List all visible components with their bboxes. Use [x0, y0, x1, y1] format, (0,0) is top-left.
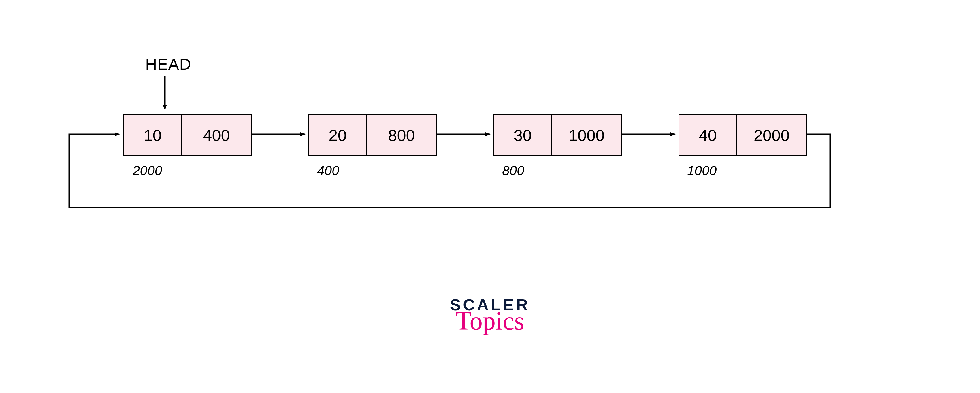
node-4-data: 40 — [679, 115, 737, 155]
node-3-address: 800 — [502, 163, 524, 178]
head-label: HEAD — [145, 55, 191, 73]
node-2-pointer: 800 — [367, 115, 436, 155]
logo-line2: Topics — [432, 312, 548, 330]
node-3: 30 1000 — [493, 114, 622, 156]
node-1: 10 400 — [123, 114, 252, 156]
node-2: 20 800 — [309, 114, 437, 156]
node-4-pointer: 2000 — [737, 115, 806, 155]
scaler-topics-logo: SCALER Topics — [432, 297, 548, 330]
circular-linked-list-diagram: HEAD 10 400 2000 20 800 400 30 1000 800 … — [0, 0, 980, 393]
node-3-data: 30 — [494, 115, 552, 155]
node-2-data: 20 — [309, 115, 367, 155]
node-4: 40 2000 — [679, 114, 807, 156]
node-2-address: 400 — [317, 163, 339, 178]
node-1-data: 10 — [124, 115, 182, 155]
node-3-pointer: 1000 — [552, 115, 621, 155]
node-4-address: 1000 — [687, 163, 717, 178]
node-1-pointer: 400 — [182, 115, 251, 155]
node-1-address: 2000 — [133, 163, 162, 178]
